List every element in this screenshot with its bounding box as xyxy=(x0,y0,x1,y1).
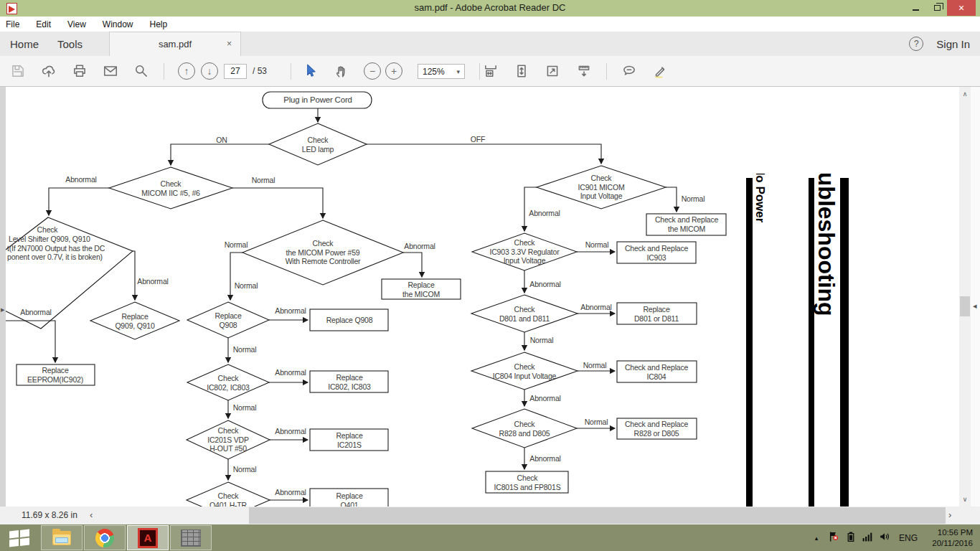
highlight-button[interactable] xyxy=(652,63,668,79)
scroll-display-icon xyxy=(576,63,592,79)
taskbar-acrobat[interactable]: A xyxy=(127,525,169,550)
next-page-nav-icon[interactable]: ◂ xyxy=(973,301,977,311)
acrobat-icon: A xyxy=(138,528,158,548)
close-button[interactable]: × xyxy=(947,0,976,16)
tab-document[interactable]: sam.pdf × xyxy=(109,32,241,56)
flow-edge-label: Normal xyxy=(225,240,248,249)
tray-time: 10:56 PM xyxy=(932,527,973,538)
restore-button[interactable] xyxy=(927,0,947,16)
select-tool-button[interactable] xyxy=(302,63,318,79)
language-indicator[interactable]: ENG xyxy=(899,533,918,543)
zoom-level-select[interactable]: 125% ▾ xyxy=(418,64,465,79)
flow-edge-label: Abnormal xyxy=(580,303,611,311)
taskbar-file-explorer[interactable] xyxy=(41,525,83,550)
bricks-icon xyxy=(181,529,201,547)
highlighter-icon xyxy=(652,63,668,79)
page-down-icon: ↓ xyxy=(201,62,218,80)
scroll-right-icon[interactable]: › xyxy=(948,509,951,520)
horizontal-scroll-thumb[interactable] xyxy=(249,507,946,524)
minimize-button[interactable] xyxy=(905,0,925,16)
save-button[interactable] xyxy=(10,63,26,79)
action-center-flag-icon[interactable] xyxy=(829,531,839,545)
tab-home[interactable]: Home xyxy=(10,32,39,56)
page-number-input[interactable]: 27 xyxy=(224,64,247,79)
taskbar-app-bricks[interactable] xyxy=(170,525,212,550)
tab-bar: Home Tools sam.pdf × ? Sign In xyxy=(0,32,980,56)
zoom-in-button[interactable]: + xyxy=(385,62,402,80)
flow-edge-label: Abnormal xyxy=(529,454,560,463)
flow-node-r-q401: Replace Q401 xyxy=(336,491,362,507)
tab-tools[interactable]: Tools xyxy=(57,32,83,56)
fit-width-icon xyxy=(483,63,499,79)
flow-node-level-line3: t(If 2N7000 Output has the DC xyxy=(7,244,105,253)
flow-edge-label: Normal xyxy=(530,336,554,344)
flow-edge-label: Normal xyxy=(233,345,257,354)
flow-node-r-d801: Replace D801 or D811 xyxy=(634,305,679,323)
right-gutter xyxy=(971,87,980,507)
flow-node-r-ic201: Replace IC201S xyxy=(336,431,362,449)
scroll-left-icon[interactable]: ‹ xyxy=(90,509,93,520)
flow-node-r-r828: Check and Replace R828 or D805 xyxy=(625,420,688,438)
flow-edge-label: Abnormal xyxy=(137,277,168,286)
start-button[interactable] xyxy=(7,529,32,547)
restore-icon xyxy=(934,5,941,11)
scroll-up-icon[interactable]: ∧ xyxy=(959,90,971,98)
flow-node-d-ic802: Check IC802, IC803 xyxy=(207,374,249,392)
menu-help[interactable]: Help xyxy=(150,19,176,29)
flow-node-d-q401: Check Q401 H-TR xyxy=(209,491,247,507)
scrolling-mode-button[interactable] xyxy=(576,63,592,79)
email-button[interactable] xyxy=(103,63,118,79)
acrobat-window: sam.pdf - Adobe Acrobat Reader DC × File… xyxy=(0,0,980,551)
fullscreen-icon xyxy=(545,63,560,79)
heading-troubleshooting: Troubleshooting xyxy=(813,174,839,316)
flow-edge-label: Abnormal xyxy=(404,242,435,250)
clock[interactable]: 10:56 PM 20/11/2016 xyxy=(932,527,973,548)
share-cloud-button[interactable] xyxy=(41,63,57,79)
flow-node-r-ic801s: Check IC801S and FP801S xyxy=(494,474,561,491)
flow-edge-label: Normal xyxy=(583,361,607,369)
volume-icon[interactable] xyxy=(880,531,890,545)
menu-file[interactable]: File xyxy=(6,19,27,29)
comment-bubble-icon xyxy=(621,63,637,79)
title-bar: sam.pdf - Adobe Acrobat Reader DC × xyxy=(0,0,980,17)
flow-edge-label: Abnormal xyxy=(529,209,560,217)
search-icon xyxy=(133,63,149,79)
tab-document-label: sam.pdf xyxy=(159,39,192,50)
taskbar-chrome[interactable] xyxy=(84,525,126,550)
next-page-button[interactable]: ↓ xyxy=(201,62,218,80)
battery-icon[interactable] xyxy=(846,531,857,545)
previous-page-nav-icon[interactable]: ▸ xyxy=(1,305,5,314)
fit-page-icon xyxy=(514,63,529,79)
menu-view[interactable]: View xyxy=(67,19,94,29)
hidden-icons-icon[interactable]: ▴ xyxy=(815,534,819,542)
menu-edit[interactable]: Edit xyxy=(36,19,59,29)
zoom-out-button[interactable]: − xyxy=(364,62,381,80)
sign-in-button[interactable]: Sign In xyxy=(936,38,970,50)
flow-node-d-r828: Check R828 and D805 xyxy=(499,420,550,438)
vertical-scroll-thumb[interactable] xyxy=(960,296,970,316)
flow-node-led: Check LED lamp xyxy=(302,136,334,154)
tab-close-icon[interactable]: × xyxy=(227,39,232,49)
flow-node-replace-eeprom: Replace EEPROM(IC902) xyxy=(27,366,83,384)
flow-edge-label: Abnormal xyxy=(275,488,306,496)
network-signal-icon[interactable] xyxy=(862,531,873,545)
fullscreen-button[interactable] xyxy=(545,63,560,79)
pointer-icon xyxy=(302,63,318,79)
flow-edge-label: Normal xyxy=(585,418,608,426)
scroll-down-icon[interactable]: ∨ xyxy=(959,496,971,503)
menu-window[interactable]: Window xyxy=(103,19,141,29)
flow-node-r-q908: Replace Q908 xyxy=(326,316,373,325)
page-size-label: 11.69 x 8.26 in xyxy=(22,510,77,520)
page-rule-bar xyxy=(840,178,849,507)
taskbar: A ▴ ENG 10:56 PM 20/11/2016 xyxy=(0,524,980,551)
search-button[interactable] xyxy=(133,63,149,79)
hand-tool-button[interactable] xyxy=(334,63,349,79)
flow-edge-label: Normal xyxy=(585,240,609,249)
previous-page-button[interactable]: ↑ xyxy=(178,62,195,80)
print-button[interactable] xyxy=(72,63,88,79)
comment-button[interactable] xyxy=(621,63,637,79)
help-icon[interactable]: ? xyxy=(909,37,923,51)
fit-width-button[interactable] xyxy=(483,63,499,79)
fit-page-button[interactable] xyxy=(514,63,529,79)
vertical-scrollbar[interactable]: ∧ ∨ xyxy=(959,87,971,507)
